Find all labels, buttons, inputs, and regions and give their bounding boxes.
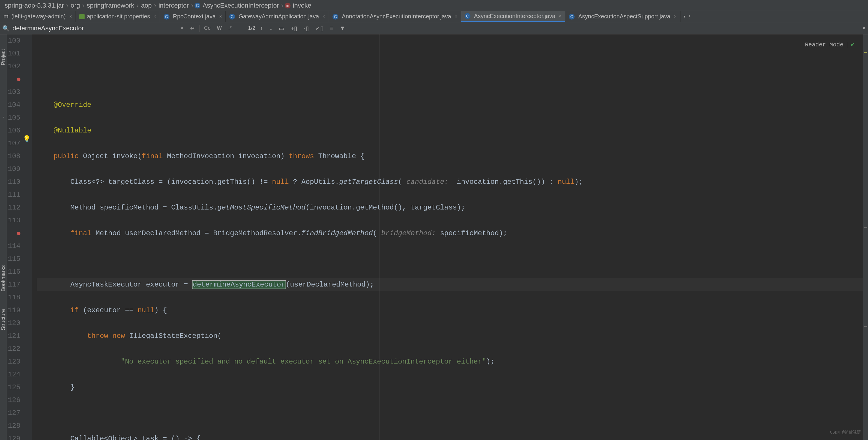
- line-number[interactable]: 107: [7, 137, 21, 150]
- select-occurrences-icon[interactable]: ✓▯: [314, 25, 325, 32]
- back-history-icon[interactable]: ↩: [188, 25, 196, 32]
- close-icon[interactable]: ×: [674, 14, 676, 19]
- tab-application-properties[interactable]: application-sit.properties ×: [76, 11, 160, 22]
- line-number[interactable]: 103: [7, 86, 21, 98]
- line-number[interactable]: 126: [7, 394, 21, 407]
- line-number[interactable]: 122: [7, 343, 21, 355]
- more-menu-icon[interactable]: ⋮: [688, 14, 691, 19]
- line-number[interactable]: 100: [7, 34, 21, 47]
- find-bar: 🔍 × ↩ Cc W .* 1/2 ↑ ↓ ▭ +▯ -▯ ✓▯ ≡ ▼ ×: [0, 22, 868, 34]
- line-number[interactable]: 124: [7, 368, 21, 381]
- remove-selection-icon[interactable]: -▯: [302, 25, 311, 32]
- line-number[interactable]: 129: [7, 432, 21, 440]
- close-icon[interactable]: ×: [69, 14, 72, 19]
- chevron-right-icon: ›: [65, 2, 69, 9]
- leaf-icon: [79, 14, 85, 19]
- add-selection-icon[interactable]: +▯: [289, 25, 299, 32]
- line-number[interactable]: 115: [7, 253, 21, 266]
- code-editor[interactable]: 💡 Reader Mode ✔ @Override @Nullable publ…: [32, 34, 863, 440]
- clear-find-icon[interactable]: ×: [179, 25, 186, 32]
- filter-icon[interactable]: ▼: [338, 25, 347, 31]
- crumb-aop[interactable]: aop: [140, 2, 153, 9]
- select-all-icon[interactable]: ▭: [277, 25, 286, 32]
- close-icon[interactable]: ×: [154, 14, 156, 19]
- folder-icon[interactable]: ▫: [3, 115, 4, 119]
- class-icon: C: [194, 3, 200, 8]
- breadcrumb[interactable]: spring-aop-5.3.31.jar › org › springfram…: [0, 0, 868, 11]
- tab-gatewayadmin[interactable]: C GatewayAdminApplication.java ×: [226, 11, 329, 22]
- close-icon[interactable]: ×: [322, 14, 325, 19]
- method-icon: m: [285, 3, 290, 8]
- line-number[interactable]: 117: [7, 278, 21, 291]
- line-number[interactable]: 112: [7, 201, 21, 214]
- bookmarks-tool-button[interactable]: Bookmarks: [0, 265, 6, 292]
- line-number[interactable]: 113: [7, 214, 21, 240]
- crumb-springframework[interactable]: springframework: [86, 2, 135, 9]
- find-input[interactable]: [12, 25, 176, 32]
- chevron-right-icon: ›: [81, 2, 86, 9]
- line-number[interactable]: 111: [7, 188, 21, 201]
- crumb-jar[interactable]: spring-aop-5.3.31.jar: [3, 2, 65, 9]
- project-tool-button[interactable]: Project: [0, 49, 6, 65]
- tab-async-aspect-support[interactable]: C AsyncExecutionAspectSupport.java ×: [565, 11, 680, 22]
- close-find-icon[interactable]: ×: [862, 25, 866, 31]
- line-number[interactable]: 128: [7, 419, 21, 432]
- editor-main: Project ▫ Bookmarks Structure 1001011021…: [0, 34, 868, 440]
- close-icon[interactable]: ×: [455, 14, 457, 19]
- line-number[interactable]: 116: [7, 266, 21, 278]
- line-number-gutter[interactable]: 1001011021031041051061071081091101111121…: [7, 34, 24, 440]
- line-number[interactable]: 106: [7, 124, 21, 137]
- intention-bulb-icon[interactable]: 💡: [23, 133, 31, 146]
- line-number[interactable]: 110: [7, 176, 21, 188]
- whole-word-button[interactable]: W: [215, 25, 224, 32]
- structure-tool-button[interactable]: Structure: [0, 309, 6, 330]
- class-icon: C: [229, 14, 235, 20]
- tab-rpccontext[interactable]: C RpcContext.java ×: [160, 11, 226, 22]
- line-number[interactable]: 121: [7, 330, 21, 343]
- tab-label: application-sit.properties: [87, 13, 150, 20]
- breakpoint-icon[interactable]: [17, 78, 21, 81]
- line-number[interactable]: 101: [7, 47, 21, 60]
- line-number[interactable]: 108: [7, 150, 21, 163]
- fold-gutter[interactable]: [24, 34, 32, 440]
- line-number[interactable]: 123: [7, 355, 21, 368]
- next-match-icon[interactable]: ↓: [268, 25, 274, 31]
- tab-label: RpcContext.java: [173, 13, 216, 20]
- tab-ml-admin[interactable]: ml (lefit-gateway-admin) ×: [0, 11, 76, 22]
- line-number[interactable]: 125: [7, 381, 21, 394]
- line-number[interactable]: 120: [7, 317, 21, 330]
- tab-async-interceptor[interactable]: C AsyncExecutionInterceptor.java ×: [461, 11, 565, 22]
- crumb-class[interactable]: AsyncExecutionInterceptor: [202, 2, 280, 9]
- tool-window-strip-left: Project ▫ Bookmarks Structure: [0, 34, 7, 440]
- regex-button[interactable]: .*: [227, 25, 234, 32]
- crumb-method[interactable]: invoke: [292, 2, 313, 9]
- line-number[interactable]: 109: [7, 163, 21, 176]
- breakpoint-icon[interactable]: [17, 232, 21, 235]
- reader-mode-toggle[interactable]: Reader Mode ✔: [805, 38, 855, 51]
- search-result: determineAsyncExecutor: [192, 281, 286, 289]
- crumb-interceptor[interactable]: interceptor: [157, 2, 190, 9]
- line-number[interactable]: 119: [7, 304, 21, 317]
- tab-annotation-async[interactable]: C AnnotationAsyncExecutionInterceptor.ja…: [329, 11, 461, 22]
- chevron-right-icon: ›: [153, 2, 157, 9]
- line-number[interactable]: 102: [7, 60, 21, 86]
- editor-scrollbar[interactable]: [863, 34, 868, 440]
- line-number[interactable]: 104: [7, 98, 21, 112]
- chevron-down-icon[interactable]: ▾: [683, 14, 685, 19]
- chevron-right-icon: ›: [190, 2, 194, 9]
- tab-label: AsyncExecutionInterceptor.java: [474, 13, 555, 20]
- tab-label: AnnotationAsyncExecutionInterceptor.java: [342, 13, 451, 20]
- line-number[interactable]: 114: [7, 240, 21, 253]
- line-number[interactable]: 127: [7, 407, 21, 419]
- line-number[interactable]: 118: [7, 291, 21, 304]
- right-margin-ruler: [379, 34, 379, 440]
- chevron-right-icon: ›: [280, 2, 284, 9]
- close-icon[interactable]: ×: [219, 14, 222, 19]
- class-icon: C: [164, 14, 169, 20]
- line-number[interactable]: 105: [7, 112, 21, 124]
- crumb-org[interactable]: org: [69, 2, 81, 9]
- close-icon[interactable]: ×: [559, 13, 561, 19]
- prev-match-icon[interactable]: ↑: [258, 25, 265, 31]
- match-case-button[interactable]: Cc: [203, 25, 212, 32]
- find-in-selection-icon[interactable]: ≡: [328, 25, 335, 31]
